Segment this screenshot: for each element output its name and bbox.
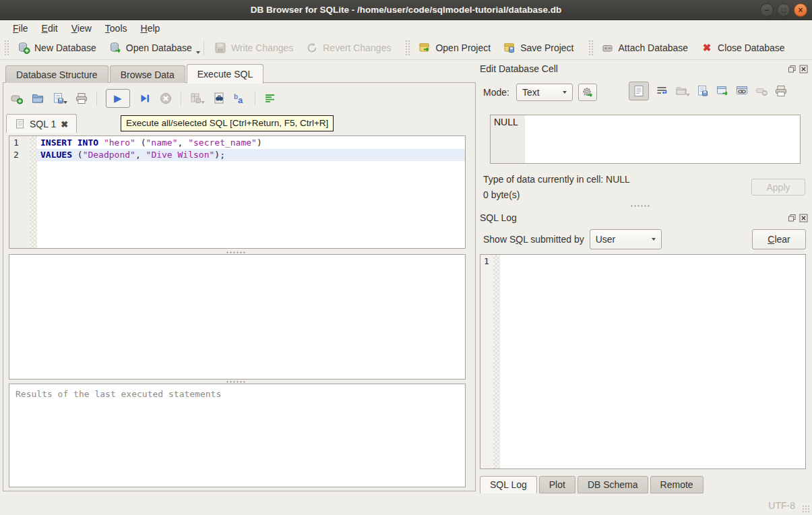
tab-execute-sql[interactable]: Execute SQL — [187, 64, 264, 84]
line-number: 1 — [13, 137, 30, 149]
new-sql-tab-icon[interactable] — [10, 92, 24, 105]
fold-margin — [30, 136, 37, 248]
edit-cell-dock-header: Edit Database Cell — [480, 63, 808, 74]
open-sql-file-icon[interactable] — [31, 92, 44, 105]
filter-label: Show SQL submitted by — [483, 234, 584, 245]
toolbar-grip[interactable] — [4, 40, 9, 56]
code-area[interactable]: INSERT INTO "hero" ("name", "secret_name… — [37, 136, 465, 248]
window-controls: − □ × — [760, 3, 807, 17]
results-grid-pane[interactable] — [9, 254, 466, 380]
clear-log-button[interactable]: Clear — [752, 229, 806, 249]
execute-sql-panel: ▶ ba — [3, 82, 476, 491]
new-database-button[interactable]: New Database — [11, 38, 102, 57]
set-null-icon — [755, 84, 768, 98]
text-mode-button[interactable] — [629, 82, 649, 100]
right-dock-area: Edit Database Cell Mode: Text — [475, 61, 812, 495]
log-source-combobox-arrow — [652, 238, 656, 241]
import-dropdown-arrow — [686, 94, 690, 96]
execute-all-icon: ▶ — [114, 92, 122, 104]
dock-tab-sql-log[interactable]: SQL Log — [480, 476, 537, 493]
maximize-icon: □ — [782, 7, 786, 14]
save-results-dropdown-arrow — [201, 101, 205, 104]
link-data-icon[interactable] — [735, 84, 749, 98]
cell-value-editor[interactable]: NULL — [490, 115, 801, 164]
maximize-button[interactable]: □ — [777, 3, 790, 17]
close-database-button[interactable]: ✖ Close Database — [694, 38, 791, 57]
dock-close-icon[interactable] — [799, 214, 808, 222]
dock-float-icon[interactable] — [788, 65, 797, 73]
dock-close-icon[interactable] — [799, 65, 808, 73]
log-line-number: 1 — [480, 255, 493, 468]
find-icon[interactable] — [212, 92, 226, 105]
execute-tooltip: Execute all/selected SQL [Ctrl+Return, F… — [121, 115, 334, 131]
cell-value-area[interactable] — [525, 115, 800, 163]
log-content — [500, 255, 805, 468]
menu-tools[interactable]: Tools — [98, 22, 134, 35]
toolbar-grip[interactable] — [588, 40, 593, 56]
auto-mode-button[interactable] — [578, 84, 597, 101]
log-source-value: User — [596, 234, 616, 245]
window-title: DB Browser for SQLite - /home/user/code/… — [251, 5, 561, 15]
dock-float-icon[interactable] — [788, 214, 797, 222]
sql-toolbar-separator — [255, 92, 255, 105]
sql-doc-tab-bar: SQL 1 ✖ — [6, 114, 77, 133]
execute-all-button[interactable]: ▶ — [106, 89, 130, 108]
dock-tab-plot[interactable]: Plot — [539, 476, 575, 493]
save-sql-dropdown-arrow[interactable] — [63, 101, 67, 104]
menu-help[interactable]: Help — [134, 22, 167, 35]
dock-tab-db-schema[interactable]: DB Schema — [577, 476, 648, 493]
execute-line-button[interactable] — [138, 92, 152, 105]
gear-arrow-icon — [581, 86, 594, 99]
sql-toolbar-separator — [181, 92, 181, 105]
toolbar-grip[interactable] — [405, 40, 410, 56]
stop-button — [159, 92, 173, 105]
sql-log-dock-header: SQL Log — [480, 212, 808, 223]
save-sql-file-button[interactable] — [52, 92, 67, 105]
log-source-combobox[interactable]: User — [590, 229, 662, 249]
dock-splitter-handle[interactable] — [630, 204, 650, 208]
results-placeholder: Results of the last executed statements — [15, 389, 221, 399]
sql-doc-tab[interactable]: SQL 1 ✖ — [6, 114, 77, 133]
import-cell-button — [675, 84, 690, 98]
sql-doc-tab-label: SQL 1 — [30, 119, 56, 129]
format-sql-icon[interactable] — [263, 92, 277, 105]
word-wrap-icon[interactable] — [655, 84, 668, 98]
encoding-indicator[interactable]: UTF-8 — [768, 500, 795, 511]
status-bar: UTF-8 — [0, 495, 812, 515]
resize-grip[interactable] — [802, 505, 810, 513]
sql-doc-tab-close-icon[interactable]: ✖ — [61, 120, 68, 129]
mode-label: Mode: — [483, 87, 509, 98]
open-database-dropdown-arrow[interactable] — [196, 51, 200, 54]
menu-edit[interactable]: Edit — [35, 22, 65, 35]
main-toolbar: New Database Open Database Write Changes… — [0, 36, 812, 60]
print-sql-icon[interactable] — [75, 92, 88, 105]
line-number-gutter: 1 2 — [9, 136, 30, 248]
minimize-button[interactable]: − — [760, 3, 774, 17]
mode-combobox-arrow — [563, 91, 567, 94]
export-icon[interactable] — [696, 84, 710, 98]
dock-tab-remote[interactable]: Remote — [650, 476, 704, 493]
mode-value: Text — [522, 87, 540, 98]
save-project-button[interactable]: Save Project — [497, 38, 580, 57]
sql-log-view[interactable]: 1 — [480, 254, 806, 469]
open-project-button[interactable]: Open Project — [412, 38, 497, 57]
code-line-1: INSERT INTO "hero" ("name", "secret_name… — [37, 137, 465, 149]
autocomplete-icon[interactable]: ba — [233, 92, 247, 105]
open-external-icon[interactable] — [716, 84, 729, 98]
sql-editor[interactable]: 1 2 INSERT INTO "hero" ("name", "secret_… — [9, 135, 466, 249]
open-database-button[interactable]: Open Database — [102, 38, 198, 57]
attach-database-button[interactable]: Attach Database — [595, 38, 695, 57]
cell-size-info: 0 byte(s) — [483, 189, 520, 200]
print-cell-icon[interactable] — [774, 84, 788, 98]
results-message-pane[interactable]: Results of the last executed statements — [9, 384, 466, 487]
tab-database-structure[interactable]: Database Structure — [5, 65, 108, 83]
mode-row: Mode: Text — [483, 83, 597, 102]
tab-browse-data[interactable]: Browse Data — [110, 65, 185, 83]
close-button[interactable]: × — [794, 3, 807, 17]
log-fold-margin — [493, 255, 500, 468]
menu-view[interactable]: View — [65, 22, 98, 35]
mode-combobox[interactable]: Text — [516, 84, 573, 101]
close-icon: × — [798, 6, 803, 14]
menu-file[interactable]: File — [6, 22, 35, 35]
save-project-icon — [503, 41, 516, 55]
